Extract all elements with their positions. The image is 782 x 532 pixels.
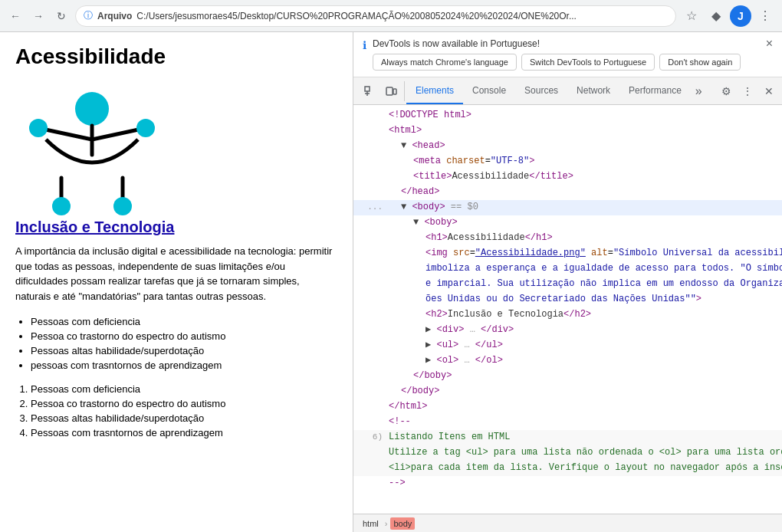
line-indicator <box>360 215 383 216</box>
code-line[interactable]: </html> <box>353 399 782 415</box>
code-content: </html> <box>389 399 782 414</box>
code-line[interactable]: ▼ <boby> <box>353 215 782 231</box>
code-content: ▼ <head> <box>389 139 782 153</box>
list-item: Pessoas com deficiencia <box>31 316 337 327</box>
line-indicator <box>360 292 383 293</box>
devtools-toolbar: Elements Console Sources Network Perform… <box>353 77 782 105</box>
svg-rect-10 <box>365 87 370 91</box>
line-indicator: 6) <box>360 430 383 445</box>
code-content: Utilize a tag <ul> para uma lista não or… <box>389 445 782 460</box>
breadcrumb-html[interactable]: html <box>360 517 382 530</box>
code-line[interactable]: ...▼ <body> == $0 <box>353 200 782 215</box>
menu-button[interactable]: ⋮ <box>754 5 776 27</box>
code-line[interactable]: ▼ <head> <box>353 139 782 154</box>
close-notification-button[interactable]: × <box>766 37 773 51</box>
code-line[interactable]: e imparcial. Sua utilização não implica … <box>353 277 782 292</box>
code-content: <!-- <box>389 415 782 429</box>
code-content: </body> <box>389 384 782 399</box>
line-indicator <box>360 231 383 232</box>
line-indicator <box>360 461 383 461</box>
code-line[interactable]: Utilize a tag <ul> para uma lista não or… <box>353 445 782 461</box>
devtools-more-button[interactable]: ⋮ <box>738 81 757 101</box>
code-line[interactable]: <h2>Inclusão e Tecnologia</h2> <box>353 307 782 323</box>
svg-point-3 <box>29 119 48 137</box>
ordered-list: Pessoas com deficiencia Pessoa co trasto… <box>31 383 337 438</box>
line-indicator <box>360 277 383 277</box>
address-bar[interactable]: ⓘ Arquivo C:/Users/jesusmoraes45/Desktop… <box>75 5 676 27</box>
line-indicator <box>360 323 383 323</box>
reload-button[interactable]: ↻ <box>52 7 71 25</box>
list-item: Pessoas altas habilidade/superdotação <box>31 412 337 424</box>
breadcrumb-separator: › <box>385 519 388 528</box>
list-item: Pessoa co trastorno do espectro do autis… <box>31 398 337 409</box>
code-content: <!DOCTYPE html> <box>389 108 782 123</box>
code-content: </head> <box>389 185 782 199</box>
line-indicator <box>360 123 383 124</box>
extension-button[interactable]: ◆ <box>705 5 727 27</box>
code-area[interactable]: <!DOCTYPE html><html>▼ <head><meta chars… <box>353 105 782 514</box>
back-button[interactable]: ← <box>6 7 25 25</box>
devtools-panel: ℹ DevTools is now available in Portugues… <box>353 32 782 532</box>
devtools-close-button[interactable]: ✕ <box>759 81 779 101</box>
tab-elements[interactable]: Elements <box>406 77 463 104</box>
code-line[interactable]: <li>para cada item da lista. Verifique o… <box>353 461 782 476</box>
code-line[interactable]: <img src="Acessibilidade.png" alt="Símbo… <box>353 246 782 261</box>
code-line[interactable]: </boby> <box>353 369 782 384</box>
code-line[interactable]: <title>Acessibilidade</title> <box>353 169 782 185</box>
bookmark-button[interactable]: ☆ <box>681 5 702 27</box>
notification-bar: ℹ DevTools is now available in Portugues… <box>353 32 782 77</box>
code-line[interactable]: ▶ <div> … </div> <box>353 323 782 338</box>
tab-sources[interactable]: Sources <box>515 77 567 104</box>
line-indicator <box>360 369 383 369</box>
code-line[interactable]: </body> <box>353 384 782 399</box>
tab-network[interactable]: Network <box>567 77 619 104</box>
tab-console[interactable]: Console <box>463 77 515 104</box>
code-line[interactable]: 6)Listando Itens em HTML <box>353 430 782 445</box>
devtools-tabs: Elements Console Sources Network Perform… <box>406 77 707 104</box>
devtools-settings-button[interactable]: ⚙ <box>716 81 736 101</box>
line-indicator <box>360 476 383 477</box>
tab-performance[interactable]: Performance <box>619 77 691 104</box>
match-language-button[interactable]: Always match Chrome's language <box>373 54 517 71</box>
code-content: ▶ <ul> … </ul> <box>389 338 782 353</box>
svg-point-8 <box>113 197 132 215</box>
svg-point-7 <box>52 197 71 215</box>
code-line[interactable]: <!DOCTYPE html> <box>353 108 782 123</box>
code-content: <meta charset="UTF-8"> <box>389 154 782 169</box>
breadcrumb-bar: html › body <box>353 514 782 532</box>
list-item: Pessoas com deficiencia <box>31 383 337 395</box>
code-line[interactable]: <!-- <box>353 415 782 430</box>
more-tabs-button[interactable]: » <box>691 77 707 104</box>
code-line[interactable]: ▶ <ul> … </ul> <box>353 338 782 353</box>
line-indicator <box>360 261 383 262</box>
line-indicator <box>360 307 383 308</box>
line-indicator <box>360 246 383 247</box>
dont-show-button[interactable]: Don't show again <box>659 54 741 71</box>
line-indicator <box>360 353 383 354</box>
svg-rect-14 <box>393 89 396 94</box>
forward-button[interactable]: → <box>29 7 48 25</box>
code-line[interactable]: --> <box>353 476 782 491</box>
code-content: </boby> <box>389 369 782 383</box>
breadcrumb-body[interactable]: body <box>390 517 415 530</box>
code-line[interactable]: </head> <box>353 185 782 200</box>
profile-button[interactable]: J <box>730 5 751 27</box>
code-line[interactable]: ▶ <ol> … </ol> <box>353 353 782 369</box>
switch-language-button[interactable]: Switch DevTools to Portuguese <box>521 54 655 71</box>
list-item: Pessoas altas habilidade/superdotação <box>31 345 337 356</box>
inspect-element-button[interactable] <box>360 81 380 101</box>
line-indicator <box>360 338 383 339</box>
code-content: <h2>Inclusão e Tecnologia</h2> <box>389 307 782 322</box>
line-indicator <box>360 445 383 446</box>
code-line[interactable]: <meta charset="UTF-8"> <box>353 154 782 169</box>
intro-text: A importância da inclusão digital e aces… <box>15 244 337 304</box>
code-content: ▶ <div> … </div> <box>389 323 782 337</box>
code-content: imboliza a esperança e a igualdade de ac… <box>389 261 782 276</box>
code-line[interactable]: <h1>Acessibilidade</h1> <box>353 231 782 246</box>
code-line[interactable]: <html> <box>353 123 782 139</box>
code-line[interactable]: ões Unidas ou do Secretariado das Nações… <box>353 292 782 307</box>
notification-buttons: Always match Chrome's language Switch De… <box>373 54 760 71</box>
code-line[interactable]: imboliza a esperança e a igualdade de ac… <box>353 261 782 277</box>
device-toolbar-button[interactable] <box>381 81 401 101</box>
section-title: Inclusão e Tecnologia <box>15 218 337 236</box>
